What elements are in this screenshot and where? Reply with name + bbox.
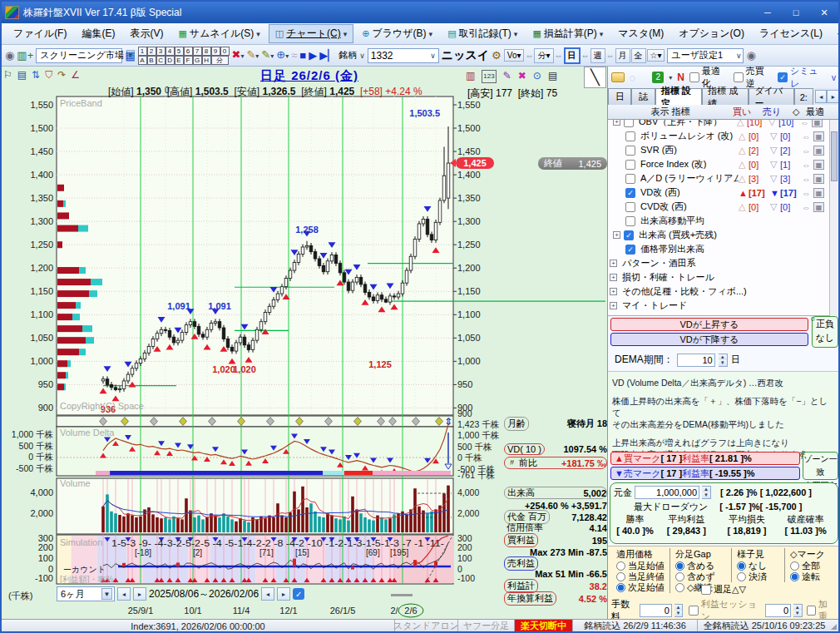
indicator-row[interactable]: +損切・利確・トレール bbox=[608, 270, 829, 284]
period-月[interactable]: 月 bbox=[615, 48, 630, 63]
minimize-button[interactable]: ─ bbox=[754, 2, 782, 23]
calculator-icon[interactable]: ▦ bbox=[813, 146, 824, 156]
simulate-checkbox[interactable]: ✓ bbox=[778, 72, 788, 82]
screen-number-button[interactable]: 3 bbox=[156, 47, 166, 56]
indicator-checkbox[interactable] bbox=[625, 146, 635, 156]
indicator-checkbox[interactable]: ✓ bbox=[625, 245, 635, 255]
indicator-checkbox[interactable] bbox=[625, 174, 635, 184]
fee-input[interactable]: 0 bbox=[640, 604, 671, 617]
minute-button[interactable]: 分 bbox=[211, 56, 229, 65]
screen-number-button[interactable]: 2 bbox=[147, 47, 156, 56]
col-diamond[interactable]: ◇ bbox=[793, 106, 806, 117]
grid-layout-icon[interactable]: ▦ bbox=[125, 50, 135, 61]
tab-誌[interactable]: 誌 bbox=[631, 88, 655, 105]
menu-item[interactable]: マスタ(M) bbox=[611, 24, 670, 43]
screen-number-button[interactable]: 4 bbox=[166, 47, 175, 56]
period-Vo[interactable]: Vo▾ bbox=[504, 49, 525, 62]
radio-button[interactable] bbox=[737, 572, 746, 581]
follow-checkbox[interactable]: ✓ bbox=[293, 588, 304, 600]
scroll-left-button[interactable]: ◂ bbox=[117, 587, 131, 601]
screening-combo[interactable]: スクリーニング市場 ▼ bbox=[36, 48, 122, 63]
chevron-down-icon[interactable]: v bbox=[832, 73, 836, 82]
list-icon[interactable]: ▤ bbox=[548, 70, 557, 83]
calculator-icon[interactable]: ▦ bbox=[812, 120, 823, 127]
step-right-button[interactable]: ▸ bbox=[277, 587, 290, 601]
screen-number-button[interactable]: 5 bbox=[175, 47, 184, 56]
tab-scroll-left[interactable]: ◂ bbox=[815, 90, 828, 103]
indicator-checkbox[interactable] bbox=[625, 160, 635, 170]
tab-指標 設定[interactable]: 指標 設定 bbox=[655, 88, 702, 105]
menu-item[interactable]: ⊕ブラウザ(B)▾ bbox=[355, 24, 439, 43]
tab-日[interactable]: 日 bbox=[608, 88, 631, 105]
dema-input[interactable]: 10 bbox=[677, 354, 715, 367]
tree-expand-icon[interactable]: + bbox=[610, 274, 617, 281]
vd-up-zone-button[interactable]: VDが上昇する bbox=[610, 318, 808, 331]
close-button[interactable]: ✕ bbox=[810, 2, 838, 23]
indicator-row[interactable]: 出来高移動平均 bbox=[608, 214, 829, 228]
session-checkbox[interactable] bbox=[689, 606, 699, 616]
calculator-icon[interactable]: ▦ bbox=[813, 202, 824, 212]
film-icon[interactable]: ▥ bbox=[466, 70, 475, 83]
chevron-down-icon[interactable]: ▼ bbox=[101, 588, 112, 600]
optimize-checkbox[interactable] bbox=[689, 72, 699, 82]
indicator-checkbox[interactable] bbox=[624, 120, 634, 127]
user-preset-combo[interactable]: ユーザ設定1 ∨ bbox=[667, 48, 744, 63]
fee-spinner[interactable]: ▲▼ bbox=[674, 604, 684, 617]
tab-scroll-right[interactable]: ▸ bbox=[827, 90, 838, 103]
pattern-icon[interactable]: ⛉ bbox=[45, 69, 52, 81]
indicator-row[interactable]: +その他(足種・比較・フィボ...) bbox=[608, 284, 829, 299]
menu-item[interactable]: ◫チャート(C)▾ bbox=[269, 24, 353, 43]
tab-指標 成績[interactable]: 指標 成績 bbox=[702, 88, 749, 105]
radio-button[interactable] bbox=[675, 572, 684, 581]
chevron-down-icon[interactable]: ∨ bbox=[359, 52, 365, 60]
compass-icon[interactable]: ⊕▾ bbox=[276, 49, 289, 62]
menu-item[interactable]: ファイル(F) bbox=[7, 24, 73, 43]
rotate-icon[interactable]: ↷ bbox=[57, 69, 66, 81]
col-optimal[interactable]: 最適 bbox=[806, 106, 834, 118]
indicator-row[interactable]: +マイ・トレード bbox=[608, 299, 829, 313]
col-sell[interactable]: 売り bbox=[763, 106, 793, 118]
radio-button[interactable] bbox=[675, 583, 684, 592]
radio-option[interactable]: 次足始値 bbox=[611, 582, 666, 593]
news-icon[interactable]: N bbox=[677, 72, 684, 83]
indicator-row[interactable]: A／D (ラリーウィリアムズ)△[3]▽[3]⇔▦ bbox=[608, 171, 829, 185]
radio-button[interactable] bbox=[675, 561, 684, 571]
indicator-row[interactable]: ✓価格帯別出来高 bbox=[608, 242, 829, 256]
radio-button[interactable] bbox=[790, 561, 799, 571]
screen-letter-button[interactable]: G bbox=[193, 56, 202, 65]
swap-arrow-icon[interactable]: ⇔ bbox=[802, 174, 813, 184]
tab-2:[interactable]: 2: bbox=[794, 88, 813, 105]
menu-item[interactable]: 編集(E) bbox=[75, 24, 121, 43]
history-chart-icon[interactable]: ▤ bbox=[17, 69, 27, 81]
swap-arrow-icon[interactable]: ⇔ bbox=[802, 188, 813, 198]
swap-arrow-icon[interactable]: ⇔ bbox=[802, 146, 813, 156]
weekly-option[interactable]: 週足△▽ bbox=[701, 583, 746, 596]
tree-expand-icon[interactable]: + bbox=[610, 288, 617, 295]
excel-icon[interactable]: 2 bbox=[652, 72, 664, 83]
indicator-row[interactable]: ✓VD改 (西)▲[17]▼[17]⇔▦ bbox=[608, 185, 829, 200]
reverse-checkbox[interactable] bbox=[734, 72, 744, 82]
menu-item[interactable]: ▦サムネイル(S)▾ bbox=[171, 24, 266, 43]
folder-icon[interactable] bbox=[611, 72, 625, 82]
pencil-r-icon[interactable]: ✎▾ bbox=[246, 49, 259, 62]
swap-arrow-icon[interactable]: ⇔ bbox=[802, 160, 813, 170]
capital-input[interactable]: 1,000,000 bbox=[635, 486, 699, 499]
delete-line-icon[interactable]: ✖ bbox=[518, 70, 526, 83]
screen-letter-button[interactable]: D bbox=[166, 56, 175, 65]
delete-screen-icon[interactable]: ✖▾ bbox=[232, 49, 245, 62]
resize-grip[interactable]: ◢ bbox=[831, 622, 838, 631]
updown-arrows-icon[interactable]: ⇅ bbox=[32, 69, 40, 81]
tree-expand-icon[interactable]: + bbox=[613, 231, 620, 239]
pencil-w-icon[interactable]: ✎▾ bbox=[261, 49, 274, 62]
radio-option[interactable]: 途転 bbox=[785, 571, 836, 582]
draw-line-icon[interactable]: ✎ bbox=[503, 70, 511, 83]
indicator-checkbox[interactable]: ✓ bbox=[625, 188, 635, 198]
col-buy[interactable]: 買い bbox=[733, 106, 763, 118]
indicator-checkbox[interactable]: ✓ bbox=[624, 230, 634, 240]
screen-letter-button[interactable]: H bbox=[202, 56, 211, 65]
angle-chart-icon[interactable]: ∠ bbox=[71, 69, 80, 81]
swap-arrow-icon[interactable]: ⇔ bbox=[802, 202, 813, 212]
pin-tool-icon[interactable]: ⚐ bbox=[3, 69, 12, 81]
radio-button[interactable] bbox=[616, 561, 625, 571]
chevron-down-icon[interactable]: ∨ bbox=[736, 52, 742, 60]
